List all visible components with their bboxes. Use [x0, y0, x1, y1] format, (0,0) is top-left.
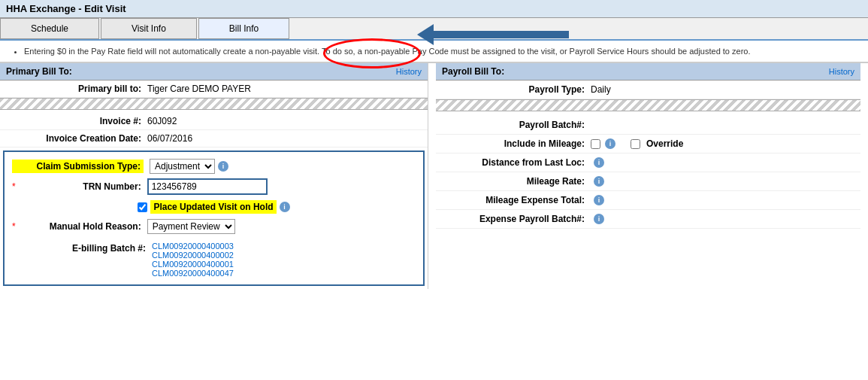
mileage-rate-row: Mileage Rate: i — [436, 172, 860, 191]
notice-area: Entering $0 in the Pay Rate field will n… — [0, 41, 868, 62]
ebilling-link-2[interactable]: CLM00920000400002 — [152, 251, 234, 260]
payroll-bill-header: Payroll Bill To: History — [436, 63, 860, 81]
right-panel: Payroll Bill To: History Payroll Type: D… — [428, 63, 868, 289]
invoice-number-row: Invoice #: 60J092 — [0, 113, 428, 130]
distance-label: Distance from Last Loc: — [442, 157, 585, 168]
hold-info-icon[interactable]: i — [280, 202, 290, 212]
mileage-expense-info-icon[interactable]: i — [594, 195, 604, 205]
invoice-number-label: Invoice #: — [6, 116, 141, 126]
primary-bill-header: Primary Bill To: History — [0, 63, 428, 81]
distance-row: Distance from Last Loc: i — [436, 154, 860, 172]
trn-number-input[interactable] — [147, 178, 268, 195]
include-mileage-label: Include in Mileage: — [442, 138, 585, 149]
tab-bill-info[interactable]: Bill Info — [198, 18, 289, 39]
main-content: Primary Bill To: History Primary bill to… — [0, 62, 868, 289]
tab-bar: Schedule Visit Info Bill Info — [0, 18, 868, 41]
claim-submission-row: Claim Submission Type: Adjustment Origin… — [9, 157, 419, 176]
primary-bill-to-row: Primary bill to: Tiger Care DEMO PAYER — [0, 81, 428, 98]
claim-submission-info-icon[interactable]: i — [218, 161, 228, 172]
tab-schedule[interactable]: Schedule — [0, 18, 99, 39]
manual-hold-select[interactable]: Payment Review Other — [147, 219, 235, 234]
mileage-expense-label: Mileage Expense Total: — [442, 195, 585, 205]
manual-hold-row: * Manual Hold Reason: Payment Review Oth… — [9, 217, 419, 236]
expense-payroll-label: Expense Payroll Batch#: — [442, 214, 585, 224]
primary-bill-to-value: Tiger Care DEMO PAYER — [147, 84, 251, 94]
manual-hold-required-star: * — [12, 221, 16, 232]
invoice-date-row: Invoice Creation Date: 06/07/2016 — [0, 130, 428, 147]
trn-number-label: TRN Number: — [17, 181, 141, 192]
payroll-batch-row: Payroll Batch#: — [436, 116, 860, 135]
payroll-batch-label: Payroll Batch#: — [442, 120, 585, 130]
ebilling-link-1[interactable]: CLM00920000400003 — [152, 242, 234, 251]
mileage-rate-label: Mileage Rate: — [442, 176, 585, 187]
zigzag-row-right — [436, 99, 860, 111]
invoice-number-value: 60J092 — [147, 116, 177, 126]
highlighted-billing-section: Claim Submission Type: Adjustment Origin… — [3, 150, 425, 286]
payroll-type-value: Daily — [591, 84, 611, 95]
ebilling-batch-row: E-billing Batch #: CLM00920000400003 CLM… — [9, 239, 419, 280]
include-mileage-row: Include in Mileage: i Override — [436, 135, 860, 154]
manual-hold-label: Manual Hold Reason: — [17, 221, 141, 232]
claim-submission-label: Claim Submission Type: — [12, 160, 144, 173]
payroll-history-link[interactable]: History — [829, 67, 854, 76]
payroll-type-label: Payroll Type: — [442, 84, 585, 95]
left-panel: Primary Bill To: History Primary bill to… — [0, 63, 428, 289]
mileage-expense-row: Mileage Expense Total: i — [436, 191, 860, 210]
hold-row: Place Updated Visit on Hold i — [9, 197, 419, 217]
ebilling-batch-links: CLM00920000400003 CLM00920000400002 CLM0… — [152, 242, 234, 278]
trn-required-star: * — [12, 181, 16, 192]
include-mileage-checkbox[interactable] — [591, 139, 600, 149]
expense-payroll-row: Expense Payroll Batch#: i — [436, 210, 860, 229]
ebilling-link-3[interactable]: CLM00920000400001 — [152, 260, 234, 269]
tab-visit-info[interactable]: Visit Info — [101, 18, 197, 39]
ebilling-link-4[interactable]: CLM00920000400047 — [152, 269, 234, 278]
title-bar: HHA Exchange - Edit Visit — [0, 0, 868, 18]
mileage-rate-info-icon[interactable]: i — [594, 176, 604, 187]
expense-payroll-info-icon[interactable]: i — [594, 214, 604, 224]
invoice-date-label: Invoice Creation Date: — [6, 133, 141, 144]
distance-info-icon[interactable]: i — [594, 157, 604, 168]
override-checkbox[interactable] — [631, 139, 640, 149]
primary-bill-to-label: Primary bill to: — [6, 84, 141, 94]
invoice-date-value: 06/07/2016 — [147, 133, 192, 144]
hold-label: Place Updated Visit on Hold — [150, 200, 276, 214]
zigzag-row-left — [0, 98, 428, 110]
primary-bill-history-link[interactable]: History — [396, 67, 422, 76]
hold-checkbox[interactable] — [138, 202, 147, 212]
include-mileage-info-icon[interactable]: i — [605, 138, 615, 149]
ebilling-batch-label: E-billing Batch #: — [12, 243, 146, 254]
claim-submission-select[interactable]: Adjustment Original Void — [150, 159, 215, 174]
override-label: Override — [646, 138, 683, 149]
trn-number-row: * TRN Number: — [9, 176, 419, 197]
payroll-type-row: Payroll Type: Daily — [436, 81, 860, 99]
